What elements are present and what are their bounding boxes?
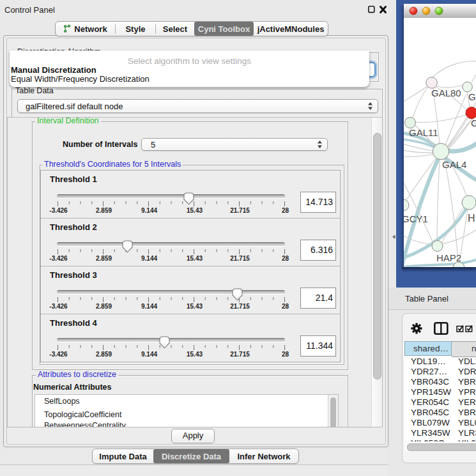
svg-text:H: H	[468, 213, 475, 224]
svg-text:GAL80: GAL80	[431, 88, 461, 98]
svg-text:HAP2: HAP2	[436, 252, 461, 263]
svg-text:GAL11: GAL11	[409, 127, 438, 138]
svg-text:C: C	[471, 118, 476, 128]
svg-text:GCY1: GCY1	[404, 213, 428, 224]
svg-text:GA: GA	[468, 91, 476, 102]
svg-text:GAL4: GAL4	[442, 159, 466, 170]
